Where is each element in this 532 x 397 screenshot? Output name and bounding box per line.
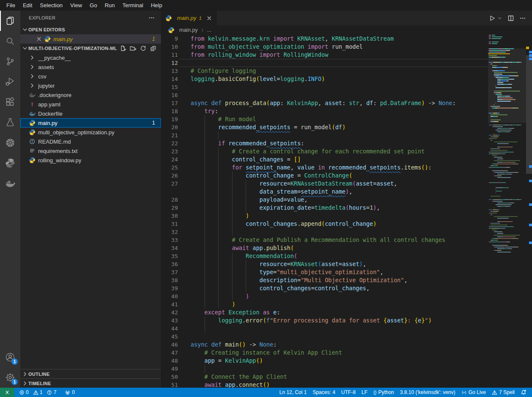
scrollbar-thumb[interactable] — [526, 55, 532, 174]
code-token: : — [215, 108, 218, 114]
code-token: = — [297, 277, 301, 283]
close-icon[interactable] — [36, 36, 42, 42]
file-item-rolling-window-py[interactable]: rolling_window.py — [20, 155, 161, 165]
file-item-requirements-txt[interactable]: requirements.txt — [20, 146, 161, 155]
tab-main-py[interactable]: main.py 1 — [161, 11, 217, 25]
code-line: data_stream=setpoint_name), — [161, 188, 532, 196]
file-item-jupyter[interactable]: jupyter — [20, 81, 161, 90]
menu-run[interactable]: Run — [101, 0, 119, 11]
minimap-line — [500, 228, 503, 229]
file-item--pycache-[interactable]: __pycache__ — [20, 53, 161, 62]
activity-source-control[interactable] — [0, 51, 20, 72]
minimap-line — [492, 238, 495, 239]
warning-count: 1 — [40, 389, 43, 395]
menu-file[interactable]: File — [3, 0, 19, 11]
activity-extensions[interactable] — [0, 92, 20, 112]
encoding-status[interactable]: UTF-8 — [338, 388, 359, 397]
eol-status[interactable]: LF — [359, 388, 371, 397]
activity-settings[interactable]: 1 — [0, 367, 20, 388]
code-token: ) — [246, 212, 249, 219]
language-mode[interactable]: {}Python — [371, 388, 397, 397]
minimap-line — [489, 138, 497, 139]
activity-run-debug[interactable] — [0, 72, 20, 92]
code-token: run_model — [332, 43, 363, 50]
file-item-readme-md[interactable]: README.md — [20, 137, 161, 146]
minimap-line — [499, 226, 502, 227]
menu-selection[interactable]: Selection — [36, 0, 66, 11]
indentation-status[interactable]: Spaces: 4 — [310, 388, 338, 397]
more-icon[interactable] — [148, 14, 155, 21]
code-line: 38description="Multi Objective Optimizat… — [161, 276, 532, 284]
minimap-line — [502, 48, 505, 49]
split-editor-icon[interactable] — [507, 15, 514, 22]
code-line: 13# Configure logging — [161, 67, 532, 75]
warning-icon — [33, 390, 39, 395]
collapse-all-icon[interactable] — [150, 45, 157, 52]
cursor-position[interactable]: Ln 12, Col 1 — [276, 388, 310, 397]
code-token: Recommendation — [246, 253, 294, 259]
activity-python[interactable] — [0, 153, 20, 173]
tab-close-icon[interactable] — [206, 15, 213, 22]
file-item-dockerfile[interactable]: Dockerfile — [20, 109, 161, 118]
menu-go[interactable]: Go — [86, 0, 101, 11]
code-token: recommended_ — [328, 164, 370, 171]
editor-scrollbar[interactable] — [526, 35, 532, 388]
go-live-button[interactable]: Go Live — [458, 388, 489, 397]
menu-view[interactable]: View — [66, 0, 86, 11]
file-item-assets[interactable]: assets — [20, 62, 161, 72]
python-interpreter[interactable]: 3.8.10 ('kelvinsdk': venv) — [397, 388, 458, 397]
new-folder-icon[interactable] — [130, 45, 136, 52]
activity-docker[interactable] — [0, 173, 20, 194]
minimap-line — [496, 130, 502, 130]
minimap-slider[interactable] — [488, 48, 526, 123]
problems-status[interactable]: 017 — [16, 388, 62, 397]
remote-indicator[interactable] — [0, 388, 14, 397]
chevron-right-icon — [22, 371, 28, 378]
code-token: ) — [321, 75, 325, 82]
activity-testing[interactable] — [0, 112, 20, 133]
minimap[interactable] — [488, 35, 526, 388]
project-section-header[interactable]: MULTI-OBJECTIVE-OPTIMIZATION-ML — [20, 44, 161, 53]
minimap-line — [502, 170, 506, 171]
code-token: if — [218, 140, 228, 147]
code-token: : — [373, 100, 380, 106]
file-item--dockerignore[interactable]: .dockerignore — [20, 90, 161, 100]
spell-checker-status[interactable]: 7 Spell — [489, 388, 518, 397]
minimap-line — [499, 221, 512, 222]
open-editors-header[interactable]: OPEN EDITORS — [20, 25, 161, 34]
open-editor-item[interactable]: main.py1 — [20, 34, 161, 44]
outline-section-header[interactable]: OUTLINE — [20, 369, 161, 378]
activity-search[interactable] — [0, 31, 20, 51]
code-token: KelvinApp — [225, 357, 256, 364]
minimap-line — [510, 131, 510, 132]
breadcrumb-file[interactable]: main.py — [179, 27, 198, 33]
activity-accounts[interactable]: 1 — [0, 347, 20, 367]
minimap-line — [497, 99, 502, 100]
menu-help[interactable]: Help — [147, 0, 166, 11]
file-item-multi-objective-optimization-py[interactable]: multi_objective_optimization.py — [20, 128, 161, 137]
file-item-app-yaml[interactable]: !app.yaml — [20, 100, 161, 109]
minimap-line — [506, 172, 511, 173]
menu-edit[interactable]: Edit — [19, 0, 36, 11]
activity-explorer[interactable] — [0, 11, 20, 31]
minimap-line — [511, 204, 512, 205]
run-button[interactable] — [489, 15, 496, 22]
notifications-bell[interactable] — [518, 388, 529, 397]
menu-terminal[interactable]: Terminal — [119, 0, 147, 11]
ports-status[interactable]: 0 — [62, 388, 78, 397]
timeline-section-header[interactable]: TIMELINE — [20, 378, 161, 388]
minimap-line — [492, 230, 497, 230]
run-dropdown-icon[interactable] — [497, 16, 502, 21]
minimap-line — [489, 209, 491, 210]
file-item-main-py[interactable]: main.py1 — [20, 118, 161, 128]
activity-kubernetes[interactable] — [0, 133, 20, 153]
code-line: 29expiration_date=timedelta(hours=1), — [161, 204, 532, 212]
minimap-line — [504, 177, 510, 178]
more-actions-icon[interactable] — [519, 15, 526, 22]
code-editor[interactable]: 9from kelvin.message.krn import KRNAsset… — [161, 35, 532, 388]
refresh-icon[interactable] — [140, 45, 147, 52]
new-file-icon[interactable] — [119, 45, 126, 52]
breadcrumb-more[interactable]: ... — [207, 27, 211, 33]
code-token: ( — [346, 204, 349, 211]
file-item-csv[interactable]: csv — [20, 72, 161, 81]
